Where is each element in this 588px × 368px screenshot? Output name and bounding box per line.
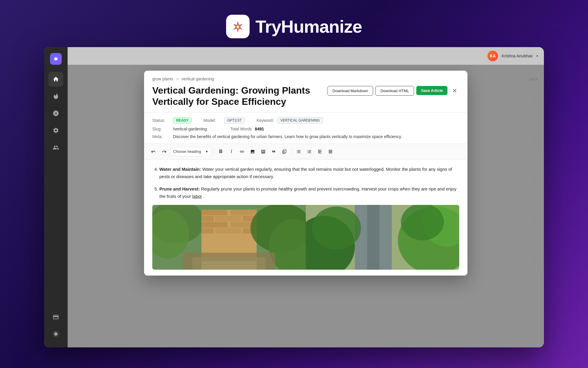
sidebar-item-trending[interactable] — [49, 89, 63, 104]
align-justify-button[interactable] — [326, 147, 335, 156]
bullet-list-button[interactable] — [294, 147, 303, 156]
image-left — [152, 205, 306, 270]
editor-toolbar: Choose heading ▾ B I — [144, 144, 467, 160]
list-item-4: Water and Maintain: Water your vertical … — [159, 165, 459, 180]
modal-title: Vertical Gardening: Growing Plants Verti… — [152, 85, 328, 107]
sidebar-item-wordpress[interactable] — [49, 106, 63, 121]
slug-label: Slug: — [152, 127, 170, 131]
editor-content[interactable]: Water and Maintain: Water your vertical … — [144, 160, 467, 276]
model-badge: GPT3.5T — [224, 117, 245, 124]
svg-rect-12 — [201, 228, 214, 233]
list-item-5-end: . — [203, 194, 204, 199]
modal-title-row: Vertical Gardening: Growing Plants Verti… — [152, 85, 459, 107]
svg-rect-22 — [367, 205, 380, 270]
svg-point-0 — [237, 26, 239, 28]
total-words-label: Total Words — [230, 127, 252, 131]
sidebar-item-home[interactable] — [49, 72, 63, 87]
sidebar-logo[interactable] — [50, 53, 62, 65]
user-name: Krishna Anubhav — [502, 54, 533, 58]
status-label: Status: — [152, 118, 170, 123]
breadcrumb-separator: > — [176, 77, 180, 81]
list-item-4-bold: Water and Maintain: — [159, 167, 201, 172]
keyword-badge: VERTICAL GARDENING — [277, 117, 323, 124]
keyword-label: Keyword: — [257, 118, 274, 123]
heading-dropdown-chevron: ▾ — [206, 149, 208, 154]
heading-dropdown[interactable]: Choose heading ▾ — [170, 147, 211, 156]
save-article-button[interactable]: Save Article — [416, 86, 447, 95]
user-avatar: KA — [487, 51, 498, 61]
redo-button[interactable] — [159, 147, 169, 156]
toolbar-separator-2 — [291, 148, 292, 155]
svg-rect-7 — [201, 216, 214, 221]
user-dropdown-icon[interactable]: ▾ — [536, 54, 538, 58]
breadcrumb-part2: vertical gardening — [182, 77, 214, 81]
bold-button[interactable]: B — [216, 147, 225, 156]
sidebar-item-settings[interactable] — [49, 123, 63, 138]
svg-rect-13 — [215, 228, 241, 233]
slug-value: /vertical-gardening — [173, 127, 207, 131]
sidebar-item-billing[interactable] — [49, 310, 63, 324]
meta-description: Discover the benefits of vertical garden… — [173, 134, 402, 139]
numbered-list-button[interactable] — [305, 147, 314, 156]
list-item-5-underline: labor — [192, 194, 202, 199]
image-right — [306, 205, 459, 270]
content-area: ance ⋮ ⋮ ⋮ ⋮ ⋮ grow plants > vertical ga… — [68, 65, 544, 347]
svg-rect-10 — [201, 222, 228, 228]
list-item-5: Prune and Harvest: Regularly prune your … — [159, 185, 459, 200]
list-item-5-bold: Prune and Harvest: — [159, 186, 200, 191]
breadcrumb: grow plants > vertical gardening — [152, 77, 459, 81]
link-button[interactable] — [237, 147, 247, 156]
meta-label: Meta: — [152, 134, 170, 139]
app-logo-icon — [226, 15, 250, 38]
breadcrumb-part1: grow plants — [152, 77, 173, 81]
app-name: TryHumanize — [255, 16, 362, 37]
image-button[interactable] — [248, 147, 257, 156]
svg-rect-5 — [201, 210, 228, 215]
quote-button[interactable] — [269, 147, 278, 156]
svg-rect-6 — [230, 210, 257, 215]
modal-overlay: grow plants > vertical gardening Vertica… — [68, 65, 544, 347]
svg-point-24 — [312, 206, 361, 249]
status-badge: READY — [173, 117, 192, 124]
article-modal: grow plants > vertical gardening Vertica… — [144, 71, 467, 276]
table-button[interactable] — [258, 147, 268, 156]
modal-actions: Download Markdown Download HTML Save Art… — [328, 85, 459, 96]
svg-rect-8 — [215, 216, 241, 221]
sidebar-item-users[interactable] — [49, 140, 63, 155]
total-words-value: 8491 — [255, 127, 264, 131]
align-left-button[interactable] — [315, 147, 325, 156]
meta-section: Status: READY Model: GPT3.5T Keyword: VE… — [144, 112, 467, 144]
close-modal-button[interactable]: ✕ — [450, 86, 459, 95]
image-left-inner — [152, 205, 306, 270]
list-item-4-text: Water your vertical garden regularly, en… — [159, 167, 452, 179]
app-window: KA Krishna Anubhav ▾ ance ⋮ ⋮ ⋮ ⋮ ⋮ grow… — [44, 47, 544, 347]
undo-button[interactable] — [149, 147, 158, 156]
heading-dropdown-label: Choose heading — [173, 149, 201, 154]
top-bar: KA Krishna Anubhav ▾ — [68, 47, 544, 65]
modal-header: grow plants > vertical gardening Vertica… — [144, 71, 467, 112]
media-button[interactable] — [280, 147, 289, 156]
model-label: Model: — [203, 118, 221, 123]
sidebar — [44, 47, 68, 347]
svg-point-27 — [401, 205, 444, 240]
italic-button[interactable]: I — [227, 147, 236, 156]
toolbar-separator-1 — [213, 148, 214, 155]
main-content: KA Krishna Anubhav ▾ ance ⋮ ⋮ ⋮ ⋮ ⋮ grow… — [68, 47, 544, 347]
app-header: TryHumanize — [226, 0, 362, 47]
sidebar-item-theme[interactable] — [49, 327, 63, 342]
content-image — [152, 205, 459, 270]
image-right-inner — [306, 205, 459, 270]
svg-rect-19 — [201, 261, 257, 270]
download-markdown-button[interactable]: Download Markdown — [328, 86, 373, 96]
download-html-button[interactable]: Download HTML — [375, 86, 414, 96]
